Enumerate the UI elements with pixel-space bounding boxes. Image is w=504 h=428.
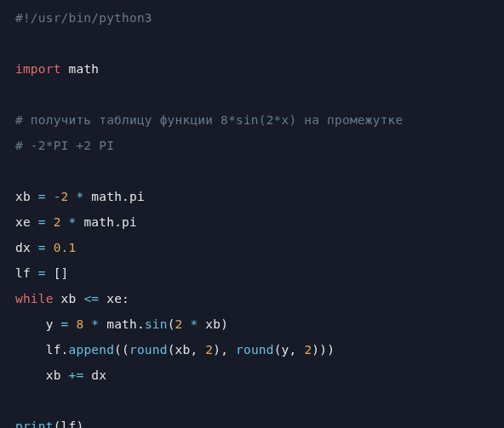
code-token: * xyxy=(91,317,99,331)
code-token: (y, xyxy=(274,343,305,357)
code-token: # получить таблицу функции 8*sin(2*x) на… xyxy=(15,113,403,127)
code-line: import math xyxy=(15,62,99,76)
code-line: y = 8 * math.sin(2 * xb) xyxy=(15,317,228,331)
code-token: print xyxy=(15,419,54,428)
code-token: append xyxy=(69,343,115,357)
code-token: - xyxy=(54,190,61,203)
code-token: += xyxy=(69,368,84,382)
code-line: while xb <= xe: xyxy=(15,292,129,305)
code-line: lf.append((round(xb, 2), round(y, 2))) xyxy=(15,343,335,357)
code-token: dx xyxy=(83,368,106,382)
code-token: dx xyxy=(15,241,38,254)
code-token: sin xyxy=(145,317,168,331)
code-token: while xyxy=(15,292,54,305)
code-token: 0.1 xyxy=(54,241,77,254)
code-token: = xyxy=(38,266,46,280)
code-line: xb = -2 * math.pi xyxy=(15,190,145,203)
code-token xyxy=(46,215,54,229)
code-line: # -2*PI +2 PI xyxy=(15,139,114,152)
code-token: round xyxy=(236,343,274,357)
code-token: <= xyxy=(83,292,99,305)
code-token: xb xyxy=(15,368,69,382)
code-token: math. xyxy=(99,317,145,331)
code-line: # получить таблицу функции 8*sin(2*x) на… xyxy=(15,113,403,127)
code-token: 2 xyxy=(54,215,61,229)
code-token: xb xyxy=(54,292,84,305)
code-token: ))) xyxy=(312,343,335,357)
code-token: math.pi xyxy=(83,190,144,203)
code-token: 2 xyxy=(175,317,183,331)
code-token: # -2*PI +2 PI xyxy=(15,139,114,152)
code-token: xb) xyxy=(198,317,228,331)
code-token: (lf) xyxy=(54,419,84,428)
code-token xyxy=(46,190,54,203)
code-token: import xyxy=(15,62,61,76)
code-token: 2 xyxy=(205,343,213,357)
code-token: lf. xyxy=(15,343,69,357)
code-token: ), xyxy=(213,343,236,357)
code-token xyxy=(61,215,69,229)
code-line: xe = 2 * math.pi xyxy=(15,215,137,229)
code-token: math.pi xyxy=(76,215,136,229)
code-token: #!/usr/bin/python3 xyxy=(15,11,152,25)
code-token: = xyxy=(38,241,46,254)
code-token: = xyxy=(38,190,46,203)
code-token: [] xyxy=(46,266,69,280)
code-token: xb xyxy=(15,190,38,203)
code-token: round xyxy=(129,343,168,357)
code-token: ( xyxy=(168,317,175,331)
code-token: (xb, xyxy=(168,343,206,357)
code-token: xe: xyxy=(99,292,129,305)
code-token: math xyxy=(61,62,100,76)
code-token: = xyxy=(38,215,46,229)
code-token: 2 xyxy=(61,190,69,203)
code-line: xb += dx xyxy=(15,368,106,382)
code-token: xe xyxy=(15,215,38,229)
code-block: #!/usr/bin/python3 import math # получит… xyxy=(15,5,489,428)
code-line: #!/usr/bin/python3 xyxy=(15,11,152,25)
code-token: (( xyxy=(114,343,129,357)
code-line: lf = [] xyxy=(15,266,69,280)
code-token xyxy=(83,317,91,331)
code-token: y xyxy=(15,317,61,331)
code-line: dx = 0.1 xyxy=(15,241,76,254)
code-token xyxy=(46,241,54,254)
code-token: lf xyxy=(15,266,38,280)
code-token: = xyxy=(61,317,69,331)
code-line: print(lf) xyxy=(15,419,83,428)
